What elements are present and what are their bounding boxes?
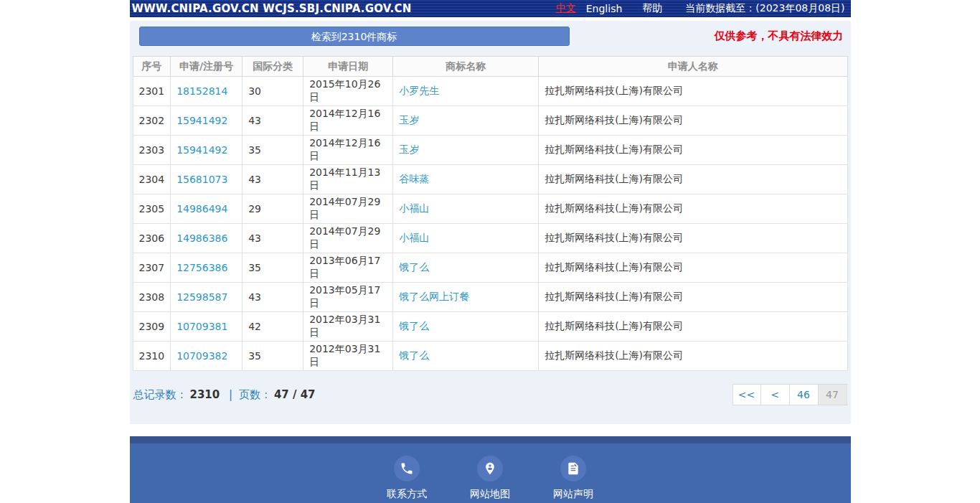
serial-number-cell: 2306 — [133, 224, 171, 253]
application-date-cell: 2014年12月16日 — [303, 136, 393, 165]
serial-number-cell: 2310 — [133, 342, 171, 371]
trademark-name-link[interactable]: 小福山 — [399, 202, 429, 214]
serial-number-cell: 2309 — [133, 312, 171, 342]
table-row: 230712756386352013年06月17日饿了么拉扎斯网络科技(上海)有… — [133, 253, 847, 283]
registration-number-link[interactable]: 14986494 — [176, 203, 227, 215]
lang-english-link[interactable]: English — [586, 3, 623, 14]
trademark-name-link[interactable]: 饿了么网上订餐 — [399, 291, 469, 302]
trademark-name-link[interactable]: 饿了么 — [399, 261, 429, 273]
link-cell: 15941492 — [171, 136, 242, 165]
top-bar: WWW.CNIPA.GOV.CN WCJS.SBJ.CNIPA.GOV.CN 中… — [130, 0, 851, 17]
table-row: 230415681073432014年11月13日谷味蒸拉扎斯网络科技(上海)有… — [133, 165, 847, 194]
registration-number-link[interactable]: 12598587 — [176, 291, 227, 303]
intl-class-cell: 35 — [242, 253, 303, 283]
link-cell: 饿了么 — [393, 312, 539, 342]
serial-number-cell: 2304 — [133, 165, 171, 194]
application-date-cell: 2015年10月26日 — [303, 77, 393, 106]
trademark-name-link[interactable]: 小罗先生 — [399, 85, 439, 96]
registration-number-link[interactable]: 15681073 — [176, 174, 227, 185]
pager-page-47-current: 47 — [819, 384, 847, 405]
link-cell: 小福山 — [393, 224, 539, 253]
column-header-3: 申请日期 — [303, 57, 393, 77]
registration-number-link[interactable]: 15941492 — [176, 115, 227, 126]
applicant-name-cell: 拉扎斯网络科技(上海)有限公司 — [539, 165, 847, 194]
footer-link-1[interactable]: 网站地图 — [470, 456, 510, 501]
topbar-menu: 中文 English 帮助 当前数据截至：(2023年08月08日) — [556, 2, 845, 15]
applicant-name-cell: 拉扎斯网络科技(上海)有限公司 — [539, 194, 847, 224]
intl-class-cell: 43 — [242, 283, 303, 312]
summary-separator: | — [229, 388, 232, 401]
application-date-cell: 2012年03月31日 — [303, 342, 393, 371]
applicant-name-cell: 拉扎斯网络科技(上海)有限公司 — [539, 106, 847, 136]
intl-class-cell: 35 — [242, 136, 303, 165]
applicant-name-cell: 拉扎斯网络科技(上海)有限公司 — [539, 283, 847, 312]
pages-label: 页数： — [239, 388, 271, 401]
serial-number-cell: 2302 — [133, 106, 171, 136]
registration-number-link[interactable]: 15941492 — [176, 144, 227, 156]
intl-class-cell: 43 — [242, 224, 303, 253]
applicant-name-cell: 拉扎斯网络科技(上海)有限公司 — [539, 312, 847, 342]
disclaimer-text: 仅供参考，不具有法律效力 — [715, 29, 844, 43]
table-row: 230118152814302015年10月26日小罗先生拉扎斯网络科技(上海)… — [133, 77, 847, 106]
footer: 联系方式网站地图网站声明 党政机关 版权所有：国家知识产权局 网站标识码bm30… — [130, 436, 851, 503]
registration-number-link[interactable]: 10709382 — [176, 350, 227, 362]
trademark-name-link[interactable]: 饿了么 — [399, 349, 429, 361]
registration-number-link[interactable]: 12756386 — [176, 262, 227, 273]
table-row: 230812598587432013年05月17日饿了么网上订餐拉扎斯网络科技(… — [133, 283, 847, 312]
intl-class-cell: 30 — [242, 77, 303, 106]
main-content: 检索到2310件商标 仅供参考，不具有法律效力 序号申请/注册号国际分类申请日期… — [130, 21, 851, 424]
application-date-cell: 2014年12月16日 — [303, 106, 393, 136]
registration-number-link[interactable]: 10709381 — [176, 321, 227, 332]
applicant-name-cell: 拉扎斯网络科技(上海)有限公司 — [539, 136, 847, 165]
pager-prev-button[interactable]: < — [761, 384, 790, 405]
link-cell: 玉岁 — [393, 106, 539, 136]
applicant-name-cell: 拉扎斯网络科技(上海)有限公司 — [539, 342, 847, 371]
footer-link-label: 联系方式 — [387, 488, 427, 501]
result-count-button[interactable]: 检索到2310件商标 — [139, 27, 570, 46]
record-summary: 总记录数：2310 | 页数：47 / 47 — [133, 388, 319, 402]
footer-link-0[interactable]: 联系方式 — [387, 456, 427, 501]
help-link[interactable]: 帮助 — [642, 2, 662, 15]
link-cell: 10709382 — [171, 342, 242, 371]
total-records-label: 总记录数： — [133, 388, 187, 401]
footer-link-2[interactable]: 网站声明 — [553, 456, 593, 501]
application-date-cell: 2014年11月13日 — [303, 165, 393, 194]
table-row: 231010709382352012年03月31日饿了么拉扎斯网络科技(上海)有… — [133, 342, 847, 371]
serial-number-cell: 2308 — [133, 283, 171, 312]
pages-value: 47 / 47 — [274, 388, 316, 401]
pager-first-button[interactable]: << — [732, 384, 761, 405]
result-header-row: 检索到2310件商标 仅供参考，不具有法律效力 — [131, 27, 849, 46]
registration-number-link[interactable]: 14986386 — [176, 232, 227, 244]
link-cell: 饿了么 — [393, 253, 539, 283]
lang-chinese-link[interactable]: 中文 — [556, 2, 576, 15]
link-cell: 12756386 — [171, 253, 242, 283]
pager: << < 46 47 — [732, 384, 847, 405]
link-cell: 12598587 — [171, 283, 242, 312]
data-cutoff-date: 当前数据截至：(2023年08月08日) — [685, 2, 844, 15]
trademark-name-link[interactable]: 玉岁 — [399, 114, 419, 126]
link-cell: 饿了么 — [393, 342, 539, 371]
trademark-name-link[interactable]: 玉岁 — [399, 144, 419, 155]
intl-class-cell: 42 — [242, 312, 303, 342]
intl-class-cell: 43 — [242, 106, 303, 136]
serial-number-cell: 2307 — [133, 253, 171, 283]
applicant-name-cell: 拉扎斯网络科技(上海)有限公司 — [539, 224, 847, 253]
link-cell: 小罗先生 — [393, 77, 539, 106]
link-cell: 15681073 — [171, 165, 242, 194]
phone-icon — [394, 456, 420, 481]
trademark-name-link[interactable]: 饿了么 — [399, 320, 429, 332]
trademark-name-link[interactable]: 小福山 — [399, 232, 429, 243]
link-cell: 10709381 — [171, 312, 242, 342]
table-row: 230514986494292014年07月29日小福山拉扎斯网络科技(上海)有… — [133, 194, 847, 224]
intl-class-cell: 35 — [242, 342, 303, 371]
registration-number-link[interactable]: 18152814 — [176, 85, 227, 97]
table-row: 230910709381422012年03月31日饿了么拉扎斯网络科技(上海)有… — [133, 312, 847, 342]
trademark-name-link[interactable]: 谷味蒸 — [399, 173, 429, 184]
intl-class-cell: 43 — [242, 165, 303, 194]
total-records-value: 2310 — [190, 388, 220, 401]
pager-page-46-button[interactable]: 46 — [790, 384, 819, 405]
results-table: 序号申请/注册号国际分类申请日期商标名称申请人名称 23011815281430… — [133, 56, 848, 371]
application-date-cell: 2014年07月29日 — [303, 194, 393, 224]
link-cell: 14986494 — [171, 194, 242, 224]
site-urls: WWW.CNIPA.GOV.CN WCJS.SBJ.CNIPA.GOV.CN — [132, 2, 412, 15]
